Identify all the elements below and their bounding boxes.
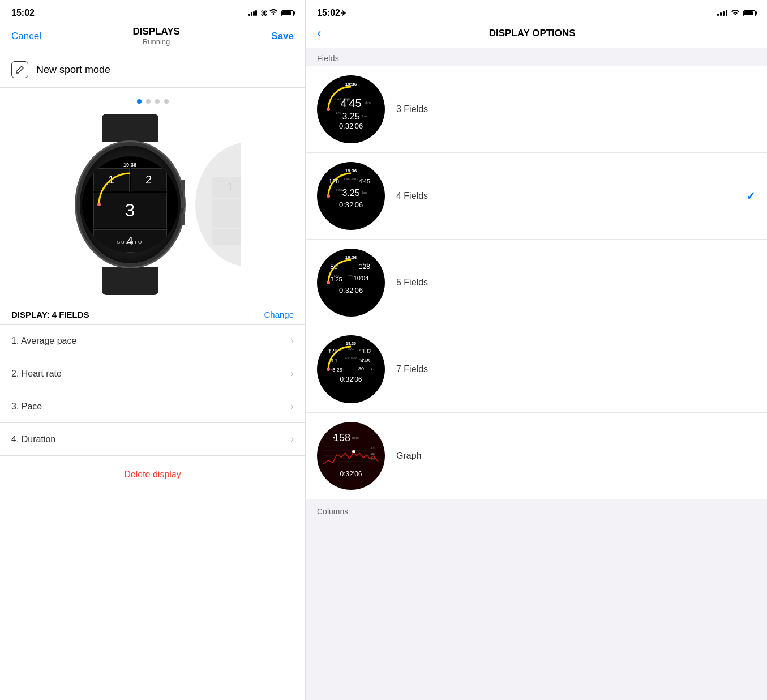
option-graph-label: Graph — [396, 451, 756, 461]
right-wifi-icon — [731, 8, 740, 18]
suunto-brand: SUUNTO — [117, 240, 143, 245]
svg-text:128: 128 — [359, 263, 370, 271]
option-5-fields-label: 5 Fields — [396, 278, 756, 288]
svg-text:0:32'06: 0:32'06 — [340, 375, 362, 383]
field-list: 1. Average pace › 2. Heart rate › 3. Pac… — [0, 324, 305, 456]
preview-5-fields: 19:36 80 ♥ AVG 128 LAP 3.25 AVG 10'04 0:… — [317, 249, 385, 317]
display-options-title: DISPLAY OPTIONS — [328, 28, 736, 39]
left-status-icons: ⌘ — [248, 9, 294, 18]
preview-4-fields: 19:36 128 LAP AVG 4'45 LAP 3.25 km 0:32'… — [317, 162, 385, 230]
svg-text:4'45: 4'45 — [340, 97, 361, 109]
main-watch: 19:36 1 2 3 4 SUUNTO — [65, 114, 195, 295]
preview-3-fields: 19:36 LAP AVG 4'45 /km LAP 3.25 km 0:32'… — [317, 75, 385, 143]
svg-point-13 — [327, 194, 330, 198]
field-name-3: 3. Pace — [11, 402, 42, 412]
strap-top — [102, 114, 158, 142]
svg-point-0 — [97, 203, 101, 206]
right-location-icon: ✈ — [340, 9, 346, 18]
field-item-1[interactable]: 1. Average pace › — [0, 325, 305, 357]
cancel-button[interactable]: Cancel — [11, 31, 41, 42]
svg-text:19:36: 19:36 — [346, 342, 356, 345]
ghost-watch: 19: 1 3 5 — [195, 142, 241, 267]
option-3-fields[interactable]: 19:36 LAP AVG 4'45 /km LAP 3.25 km 0:32'… — [306, 66, 767, 153]
fields-section-header: Fields — [306, 48, 767, 66]
svg-text:0:32'06: 0:32'06 — [340, 470, 362, 478]
svg-text:▲: ▲ — [370, 367, 374, 371]
field-name-1: 1. Average pace — [11, 336, 76, 346]
field-name-4: 4. Duration — [11, 434, 55, 445]
svg-text:3.25: 3.25 — [330, 276, 342, 283]
left-status-bar: 15:02 ⌘ — [0, 0, 305, 22]
save-button[interactable]: Save — [271, 31, 294, 42]
dot-1[interactable] — [137, 99, 142, 104]
svg-text:LAP AVG: LAP AVG — [344, 177, 358, 181]
watch-carousel: 19:36 1 2 3 4 SUUNTO — [0, 88, 305, 301]
left-nav-bar: Cancel DISPLAYS Running Save — [0, 22, 305, 52]
option-7-fields[interactable]: 19:36 ♥ 128 AVG ♥ 132 m 3.1 LAP MAX Ω 4'… — [306, 326, 767, 413]
svg-text:4'45: 4'45 — [359, 178, 370, 185]
side-button-mid — [181, 197, 185, 208]
edit-icon — [11, 61, 28, 78]
preview-graph: ♥ 158 bpm 170 150 130 0:32'06 — [317, 422, 385, 490]
option-3-fields-label: 3 Fields — [396, 104, 756, 114]
option-5-fields[interactable]: 19:36 80 ♥ AVG 128 LAP 3.25 AVG 10'04 0:… — [306, 240, 767, 326]
svg-text:♥: ♥ — [359, 348, 361, 352]
svg-text:0:32'06: 0:32'06 — [339, 122, 363, 130]
field-item-4[interactable]: 4. Duration › — [0, 423, 305, 456]
chevron-icon-3: › — [290, 400, 294, 412]
field-item-2[interactable]: 2. Heart rate › — [0, 357, 305, 390]
dot-3[interactable] — [155, 99, 160, 104]
svg-text:3.25: 3.25 — [332, 367, 342, 373]
columns-section-header: Columns — [306, 501, 767, 519]
side-button-top — [181, 180, 185, 191]
displays-title: DISPLAYS — [132, 26, 179, 37]
wifi-icon: ⌘ — [260, 9, 278, 18]
svg-text:3.25: 3.25 — [342, 188, 359, 198]
option-7-fields-label: 7 Fields — [396, 364, 756, 374]
svg-text:130: 130 — [371, 458, 376, 461]
sport-mode-row[interactable]: New sport mode — [0, 52, 305, 88]
right-nav: ‹ DISPLAY OPTIONS — [306, 22, 767, 48]
chevron-icon-2: › — [290, 368, 294, 379]
side-button-bot — [181, 214, 185, 225]
svg-text:4'45: 4'45 — [361, 358, 370, 364]
running-subtitle: Running — [132, 37, 179, 46]
option-4-fields[interactable]: 19:36 128 LAP AVG 4'45 LAP 3.25 km 0:32'… — [306, 153, 767, 240]
svg-text:132: 132 — [362, 348, 372, 355]
options-list: 19:36 LAP AVG 4'45 /km LAP 3.25 km 0:32'… — [306, 66, 767, 499]
svg-text:0:32'06: 0:32'06 — [339, 200, 363, 209]
svg-text:128: 128 — [329, 178, 339, 185]
left-nav-title: DISPLAYS Running — [132, 26, 179, 46]
dot-2[interactable] — [146, 99, 151, 104]
svg-text:10'04: 10'04 — [354, 275, 369, 281]
signal-icon — [248, 10, 257, 16]
svg-point-23 — [327, 281, 330, 284]
svg-text:bpm: bpm — [352, 436, 359, 439]
dot-4[interactable] — [164, 99, 169, 104]
delete-section: Delete display — [0, 456, 305, 493]
svg-text:km: km — [362, 114, 367, 118]
svg-text:80: 80 — [330, 263, 338, 271]
strap-bottom — [102, 267, 158, 295]
left-time: 15:02 — [11, 8, 35, 18]
display-info: DISPLAY: 4 FIELDS Change — [0, 301, 305, 324]
back-button[interactable]: ‹ — [317, 26, 321, 41]
delete-display-button[interactable]: Delete display — [124, 469, 181, 480]
right-battery-icon — [743, 10, 756, 16]
left-panel: 15:02 ⌘ Cancel DISPLAYS Running Save — [0, 0, 306, 700]
watch-case: 19:36 1 2 3 4 SUUNTO — [76, 142, 184, 267]
svg-text:AVG: AVG — [348, 347, 354, 351]
field-item-3[interactable]: 3. Pace › — [0, 390, 305, 423]
svg-text:3.25: 3.25 — [342, 112, 359, 121]
check-icon-4-fields: ✓ — [746, 189, 756, 203]
battery-icon — [281, 10, 294, 16]
display-label: DISPLAY: 4 FIELDS — [11, 310, 89, 319]
preview-7-fields: 19:36 ♥ 128 AVG ♥ 132 m 3.1 LAP MAX Ω 4'… — [317, 335, 385, 403]
svg-point-2 — [327, 108, 330, 111]
field-name-2: 2. Heart rate — [11, 369, 62, 379]
right-status-bar: 15:02 ✈ — [306, 0, 767, 22]
watch-display: 19:36 1 2 3 4 SUUNTO — [0, 114, 305, 295]
option-graph[interactable]: ♥ 158 bpm 170 150 130 0:32'06 Graph — [306, 413, 767, 499]
change-button[interactable]: Change — [264, 310, 294, 319]
svg-text:80: 80 — [358, 366, 364, 372]
